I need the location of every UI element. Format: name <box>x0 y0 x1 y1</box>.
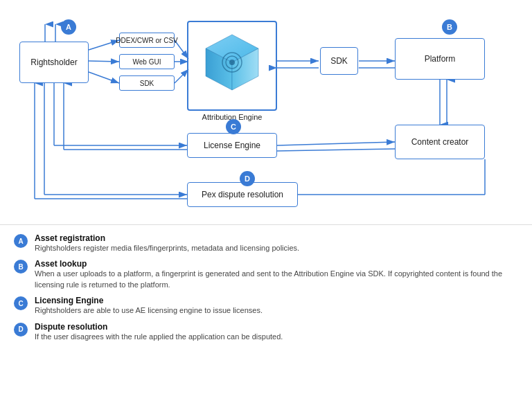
svg-line-8 <box>89 61 119 62</box>
svg-line-6 <box>175 69 188 83</box>
legend-area: AAsset registrationRightsholders registe… <box>0 228 532 342</box>
license-box: License Engine <box>187 133 277 158</box>
legend-item-d: DDispute resolutionIf the user disagrees… <box>14 322 518 342</box>
pex-label: Pex dispute resolution <box>202 190 283 199</box>
svg-line-24 <box>277 142 395 145</box>
diagram-area: Rightsholder DDEX/CWR or CSV Web GUI SDK <box>0 0 532 222</box>
legend-title-b: Asset lookup <box>35 259 518 269</box>
svg-line-25 <box>277 149 395 151</box>
badge-c: C <box>226 119 241 134</box>
legend-desc-c: Rightsholders are able to use AE licensi… <box>35 305 263 316</box>
ddex-label: DDEX/CWR or CSV <box>116 37 177 44</box>
legend-title-a: Asset registration <box>35 233 299 243</box>
platform-label: Platform <box>425 54 456 64</box>
svg-point-35 <box>229 60 235 65</box>
pex-box: Pex dispute resolution <box>187 182 298 207</box>
cube-container <box>188 22 276 109</box>
legend-desc-a: Rightsholders register media files/finge… <box>35 243 299 253</box>
legend-badge-d: D <box>14 323 28 337</box>
sdk-label: SDK <box>330 56 348 66</box>
content-creator-box: Content creator <box>395 125 485 159</box>
webgui-label: Web GUI <box>133 58 161 66</box>
badge-d: D <box>240 171 255 186</box>
badge-b: B <box>442 19 457 35</box>
content-creator-label: Content creator <box>411 137 469 147</box>
rightsholder-box: Rightsholder <box>19 42 89 83</box>
section-divider <box>0 224 532 225</box>
sdk-input-label: SDK <box>140 80 154 87</box>
legend-title-d: Dispute resolution <box>35 322 283 332</box>
svg-line-7 <box>89 40 119 50</box>
legend-item-a: AAsset registrationRightsholders registe… <box>14 233 518 253</box>
legend-desc-b: When a user uploads to a platform, a fin… <box>35 269 518 290</box>
attribution-box <box>187 21 277 111</box>
cube-svg <box>197 28 267 104</box>
ddex-box: DDEX/CWR or CSV <box>119 33 175 48</box>
svg-line-9 <box>89 72 119 83</box>
license-label: License Engine <box>204 141 260 150</box>
legend-desc-d: If the user disagrees with the rule appl… <box>35 332 283 342</box>
badge-a: A <box>61 19 76 35</box>
legend-badge-b: B <box>14 260 28 274</box>
platform-box: Platform <box>395 38 485 80</box>
webgui-box: Web GUI <box>119 54 175 69</box>
legend-item-c: CLicensing EngineRightsholders are able … <box>14 296 518 316</box>
sdk-box: SDK <box>320 47 358 75</box>
legend-badge-c: C <box>14 296 28 310</box>
legend-badge-a: A <box>14 234 28 248</box>
rightsholder-label: Rightsholder <box>30 57 77 67</box>
legend-item-b: BAsset lookupWhen a user uploads to a pl… <box>14 259 518 290</box>
legend-title-c: Licensing Engine <box>35 296 263 305</box>
sdk-input-box: SDK <box>119 75 175 91</box>
